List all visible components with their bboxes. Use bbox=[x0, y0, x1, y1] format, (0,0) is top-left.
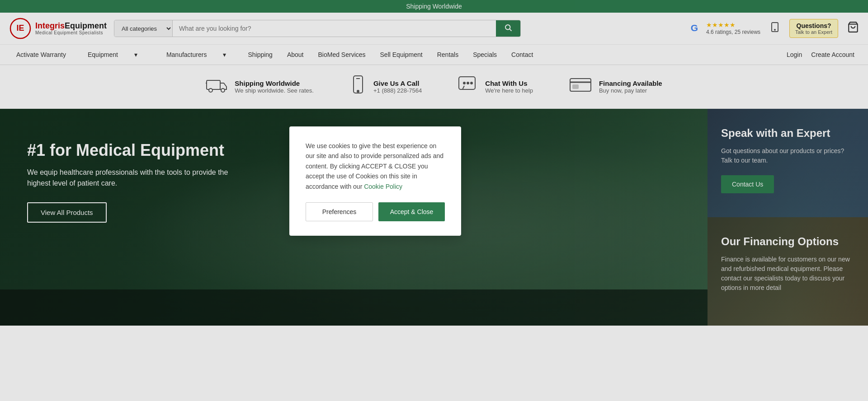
cookie-text: We use cookies to give the best experien… bbox=[306, 141, 445, 191]
accept-close-button[interactable]: Accept & Close bbox=[378, 202, 445, 221]
cookie-policy-link[interactable]: Cookie Policy bbox=[364, 183, 402, 190]
preferences-button[interactable]: Preferences bbox=[306, 202, 373, 221]
cookie-modal: We use cookies to give the best experien… bbox=[289, 126, 461, 236]
cookie-buttons: Preferences Accept & Close bbox=[306, 202, 445, 221]
cookie-modal-overlay: We use cookies to give the best experien… bbox=[0, 0, 868, 326]
